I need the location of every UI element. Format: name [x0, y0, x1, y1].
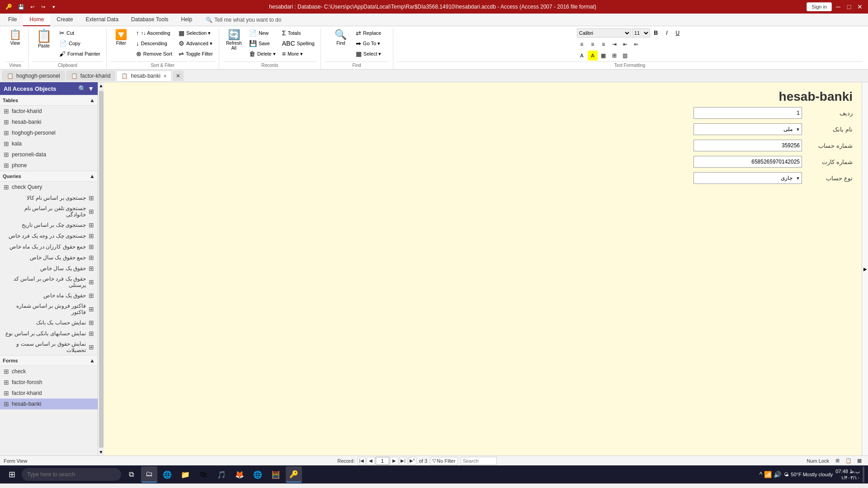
right-edge-collapse[interactable]: ▶: [862, 82, 868, 455]
nav-table-factor-kharid[interactable]: ⊞ factor-kharid: [0, 106, 98, 117]
save-record-button[interactable]: 💾 Save: [247, 38, 278, 48]
format-painter-button[interactable]: 🖌 Format Painter: [57, 49, 103, 59]
align-left-button[interactable]: ≡: [577, 39, 587, 49]
rtl-button[interactable]: ⇐: [631, 39, 641, 49]
taskbar-media[interactable]: 🎵: [213, 466, 230, 483]
view-button[interactable]: 📋 View: [6, 28, 25, 47]
field-shomare-kart[interactable]: [693, 156, 802, 168]
nav-table-hesab-banki[interactable]: ⊞ hesab-banki: [0, 117, 98, 127]
tab-create[interactable]: Create: [50, 14, 79, 26]
nav-form-factor-kharid[interactable]: ⊞ factor-kharid: [0, 388, 98, 399]
nav-scroll-down[interactable]: ▼: [98, 449, 104, 455]
nav-form-hesab-banki[interactable]: ⊞ hesab-banki: [0, 399, 98, 409]
start-button[interactable]: ⊞: [4, 466, 20, 483]
font-family-select[interactable]: Calibri: [577, 28, 631, 38]
filter-button[interactable]: 🔽 Filter: [110, 28, 132, 47]
descending-button[interactable]: ↓ Descending: [134, 38, 175, 48]
nav-query-3[interactable]: ⊞ جستجوی تلفن بر اساس نام خانوادگی: [0, 203, 98, 220]
datasheet-view-button[interactable]: ⊞: [833, 457, 843, 465]
nav-section-forms[interactable]: Forms ▲: [0, 355, 98, 366]
taskbar-folder[interactable]: 📁: [177, 466, 193, 483]
refresh-all-button[interactable]: 🔄 RefreshAll: [223, 28, 245, 52]
undo-qa-button[interactable]: ↩: [27, 2, 37, 12]
nav-query-14[interactable]: ⊞ نمایش حقوق بر اساس سمت و تحصیلات: [0, 339, 98, 355]
customize-qa-button[interactable]: ▾: [49, 2, 59, 12]
nav-section-tables[interactable]: Tables ▲: [0, 95, 98, 106]
sign-in-button[interactable]: Sign in: [807, 2, 832, 11]
doc-tab-hoghogh-personel[interactable]: 📋 hoghogh-personel: [2, 70, 65, 81]
nav-query-check[interactable]: ⊞ check Query: [0, 182, 98, 192]
field-radif[interactable]: [693, 107, 802, 119]
tray-network-icon[interactable]: 📶: [764, 471, 772, 478]
weather-area[interactable]: 🌤 50°F Mostly cloudy: [784, 472, 833, 477]
taskbar-store[interactable]: 🛍: [195, 466, 212, 483]
field-nooe-hesab[interactable]: جاری پس‌انداز سپرده: [693, 172, 802, 184]
font-color-button[interactable]: A: [577, 51, 587, 61]
nav-query-5[interactable]: ⊞ جستجوی چک در وجه یک فرد خاص: [0, 230, 98, 241]
totals-button[interactable]: Σ Totals: [280, 28, 317, 38]
nav-query-9[interactable]: ⊞ حقوق یک فرد خاص بر اساس کد پرسنلی: [0, 274, 98, 290]
tab-file[interactable]: File: [2, 14, 23, 26]
underline-button[interactable]: U: [673, 28, 683, 38]
nav-form-check[interactable]: ⊞ check: [0, 366, 98, 377]
toggle-filter-button[interactable]: ⇌ Toggle Filter: [176, 49, 215, 59]
next-record-button[interactable]: ▶: [390, 457, 398, 465]
taskbar-search-input[interactable]: [22, 468, 121, 481]
minimize-button[interactable]: ─: [834, 2, 843, 11]
ascending-button[interactable]: ↑ ↑↓ Ascending: [134, 28, 175, 38]
record-search-input[interactable]: [461, 457, 497, 465]
tell-me-bar[interactable]: 🔍 Tell me what you want to do: [206, 17, 281, 23]
nav-form-factor-forosh[interactable]: ⊞ factor-forosh: [0, 377, 98, 388]
taskbar-access[interactable]: 🔑: [286, 466, 302, 483]
nav-query-4[interactable]: ⊞ جستجوی چک بر اساس تاریخ: [0, 220, 98, 230]
align-center-button[interactable]: ≡: [588, 39, 598, 49]
field-nam-bank[interactable]: ملی سپه صادرات: [693, 123, 802, 135]
tray-volume-icon[interactable]: 🔊: [774, 471, 781, 478]
replace-button[interactable]: ⇄ Replace: [354, 28, 384, 38]
alt-row-color-button[interactable]: ▥: [620, 51, 630, 61]
nav-query-2[interactable]: ⊞ جستجوی بر اساس نام کالا: [0, 192, 98, 203]
indent-decrease-button[interactable]: ⇤: [620, 39, 630, 49]
nav-table-personeli-data[interactable]: ⊞ personeli-data: [0, 149, 98, 160]
nav-query-10[interactable]: ⊞ حقوق یک ماه خاص: [0, 290, 98, 301]
nav-pane-menu-icon[interactable]: ▼: [88, 85, 94, 92]
tab-database-tools[interactable]: Database Tools: [125, 14, 175, 26]
queries-collapse-icon[interactable]: ▲: [90, 173, 95, 179]
more-records-button[interactable]: ≡ More ▾: [280, 49, 317, 59]
nav-query-11[interactable]: ⊞ فاکتور فروش بر اساس شماره فاکتور: [0, 301, 98, 317]
taskview-button[interactable]: ⧉: [123, 466, 139, 483]
forms-collapse-icon[interactable]: ▲: [90, 357, 95, 364]
delete-record-button[interactable]: 🗑 Delete ▾: [247, 49, 278, 59]
tab-home[interactable]: Home: [23, 14, 50, 26]
tab-external-data[interactable]: External Data: [79, 14, 125, 26]
copy-button[interactable]: 📄 Copy: [57, 38, 103, 48]
nav-pane-scrollbar[interactable]: ▲ ▼: [98, 82, 104, 455]
border-button[interactable]: ▦: [599, 51, 609, 61]
doc-tab-close-3[interactable]: ✕: [163, 74, 167, 79]
bold-button[interactable]: B: [651, 28, 661, 38]
taskbar-calc[interactable]: 🧮: [268, 466, 284, 483]
go-to-button[interactable]: ➡ Go To ▾: [354, 38, 384, 48]
doc-tab-factor-kharid[interactable]: 📋 factor-kharid: [66, 70, 116, 81]
paste-button[interactable]: 📋 Paste: [33, 28, 55, 50]
maximize-button[interactable]: □: [844, 2, 854, 11]
tab-help[interactable]: Help: [175, 14, 199, 26]
new-tab-button[interactable]: ✕: [173, 70, 184, 81]
nav-table-hoghogh-personel[interactable]: ⊞ hoghogh-personel: [0, 127, 98, 138]
layout-view-button[interactable]: ▦: [854, 457, 864, 465]
nav-query-12[interactable]: ⊞ نمایش حساب یک بانک: [0, 317, 98, 328]
nav-section-queries[interactable]: Queries ▲: [0, 171, 98, 182]
tables-collapse-icon[interactable]: ▲: [90, 97, 95, 103]
new-record-nav-button[interactable]: ▶*: [408, 457, 416, 465]
indent-increase-button[interactable]: ⇥: [609, 39, 619, 49]
font-size-select[interactable]: 11: [632, 28, 650, 38]
select-button[interactable]: ▦ Select ▾: [354, 49, 384, 59]
save-qa-button[interactable]: 💾: [16, 2, 26, 12]
spelling-button[interactable]: ABC Spelling: [280, 38, 317, 48]
italic-button[interactable]: I: [662, 28, 672, 38]
selection-button[interactable]: ▦ Selection ▾: [176, 28, 215, 38]
new-record-button[interactable]: 📄 New: [247, 28, 278, 38]
remove-sort-button[interactable]: ⊗ Remove Sort: [134, 49, 175, 59]
close-button[interactable]: ✕: [855, 2, 864, 11]
prev-record-button[interactable]: ◀: [367, 457, 375, 465]
